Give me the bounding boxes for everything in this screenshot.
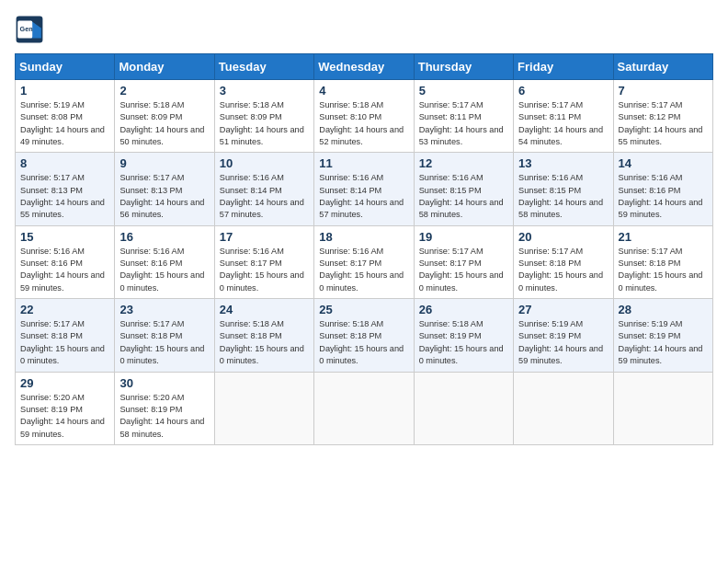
cell-info: Sunrise: 5:16 AMSunset: 8:14 PMDaylight:… bbox=[220, 172, 309, 221]
calendar-cell: 19Sunrise: 5:17 AMSunset: 8:17 PMDayligh… bbox=[414, 225, 513, 298]
cell-info: Sunrise: 5:16 AMSunset: 8:14 PMDaylight:… bbox=[319, 172, 408, 221]
day-number: 9 bbox=[119, 156, 209, 170]
cell-info: Sunrise: 5:16 AMSunset: 8:16 PMDaylight:… bbox=[619, 172, 708, 221]
day-number: 27 bbox=[518, 303, 608, 316]
calendar-cell: 17Sunrise: 5:16 AMSunset: 8:17 PMDayligh… bbox=[214, 225, 313, 298]
cell-info: Sunrise: 5:18 AMSunset: 8:10 PMDaylight:… bbox=[319, 99, 408, 148]
day-number: 16 bbox=[119, 230, 209, 244]
calendar-cell: 30Sunrise: 5:20 AMSunset: 8:19 PMDayligh… bbox=[115, 372, 214, 444]
weekday-header: Monday bbox=[115, 54, 214, 80]
cell-info: Sunrise: 5:18 AMSunset: 8:09 PMDaylight:… bbox=[220, 99, 309, 148]
calendar-cell: 4Sunrise: 5:18 AMSunset: 8:10 PMDaylight… bbox=[314, 80, 414, 153]
cell-info: Sunrise: 5:17 AMSunset: 8:11 PMDaylight:… bbox=[419, 99, 508, 148]
cell-info: Sunrise: 5:17 AMSunset: 8:13 PMDaylight:… bbox=[20, 172, 109, 221]
weekday-header: Friday bbox=[514, 54, 613, 80]
day-number: 7 bbox=[619, 84, 708, 98]
calendar-cell: 21Sunrise: 5:17 AMSunset: 8:18 PMDayligh… bbox=[613, 225, 712, 298]
weekday-header: Thursday bbox=[414, 54, 513, 80]
calendar-week-row: 1Sunrise: 5:19 AMSunset: 8:08 PMDaylight… bbox=[16, 80, 713, 153]
calendar-cell: 26Sunrise: 5:18 AMSunset: 8:19 PMDayligh… bbox=[414, 299, 513, 372]
calendar-cell: 10Sunrise: 5:16 AMSunset: 8:14 PMDayligh… bbox=[214, 153, 313, 225]
svg-text:Gen: Gen bbox=[20, 25, 33, 33]
calendar-cell: 13Sunrise: 5:16 AMSunset: 8:15 PMDayligh… bbox=[514, 153, 613, 225]
day-number: 14 bbox=[619, 156, 708, 170]
day-number: 18 bbox=[319, 230, 408, 244]
calendar-cell bbox=[314, 372, 414, 444]
calendar-cell: 25Sunrise: 5:18 AMSunset: 8:18 PMDayligh… bbox=[314, 299, 414, 372]
weekday-header: Saturday bbox=[613, 54, 712, 80]
cell-info: Sunrise: 5:17 AMSunset: 8:18 PMDaylight:… bbox=[119, 318, 209, 367]
cell-info: Sunrise: 5:18 AMSunset: 8:19 PMDaylight:… bbox=[419, 318, 508, 367]
calendar-cell: 23Sunrise: 5:17 AMSunset: 8:18 PMDayligh… bbox=[115, 299, 214, 372]
day-number: 13 bbox=[518, 156, 608, 170]
day-number: 4 bbox=[319, 84, 408, 98]
day-number: 24 bbox=[220, 303, 309, 316]
cell-info: Sunrise: 5:16 AMSunset: 8:16 PMDaylight:… bbox=[20, 246, 109, 294]
cell-info: Sunrise: 5:17 AMSunset: 8:18 PMDaylight:… bbox=[619, 246, 708, 294]
calendar-cell: 27Sunrise: 5:19 AMSunset: 8:19 PMDayligh… bbox=[514, 299, 613, 372]
cell-info: Sunrise: 5:17 AMSunset: 8:18 PMDaylight:… bbox=[20, 318, 109, 367]
calendar-cell: 1Sunrise: 5:19 AMSunset: 8:08 PMDaylight… bbox=[16, 80, 115, 153]
calendar-cell: 15Sunrise: 5:16 AMSunset: 8:16 PMDayligh… bbox=[16, 225, 115, 298]
weekday-header: Wednesday bbox=[314, 54, 414, 80]
day-number: 3 bbox=[220, 84, 309, 98]
calendar-cell: 2Sunrise: 5:18 AMSunset: 8:09 PMDaylight… bbox=[115, 80, 214, 153]
calendar-cell bbox=[514, 372, 613, 444]
calendar-cell: 8Sunrise: 5:17 AMSunset: 8:13 PMDaylight… bbox=[16, 153, 115, 225]
calendar-cell: 6Sunrise: 5:17 AMSunset: 8:11 PMDaylight… bbox=[514, 80, 613, 153]
day-number: 29 bbox=[20, 376, 109, 390]
weekday-header: Sunday bbox=[16, 54, 115, 80]
cell-info: Sunrise: 5:18 AMSunset: 8:18 PMDaylight:… bbox=[319, 318, 408, 367]
day-number: 22 bbox=[20, 303, 109, 316]
cell-info: Sunrise: 5:17 AMSunset: 8:11 PMDaylight:… bbox=[518, 99, 608, 148]
calendar-cell: 12Sunrise: 5:16 AMSunset: 8:15 PMDayligh… bbox=[414, 153, 513, 225]
calendar-cell bbox=[613, 372, 712, 444]
calendar-cell: 9Sunrise: 5:17 AMSunset: 8:13 PMDaylight… bbox=[115, 153, 214, 225]
day-number: 5 bbox=[419, 84, 508, 98]
calendar-cell: 5Sunrise: 5:17 AMSunset: 8:11 PMDaylight… bbox=[414, 80, 513, 153]
calendar-cell bbox=[214, 372, 313, 444]
day-number: 8 bbox=[20, 156, 109, 170]
cell-info: Sunrise: 5:17 AMSunset: 8:17 PMDaylight:… bbox=[419, 246, 508, 294]
cell-info: Sunrise: 5:20 AMSunset: 8:19 PMDaylight:… bbox=[119, 392, 209, 441]
day-number: 19 bbox=[419, 230, 508, 244]
day-number: 20 bbox=[518, 230, 608, 244]
calendar-table: SundayMondayTuesdayWednesdayThursdayFrid… bbox=[15, 53, 713, 445]
day-number: 28 bbox=[619, 303, 708, 316]
logo-icon: Gen bbox=[15, 15, 44, 44]
calendar-cell: 18Sunrise: 5:16 AMSunset: 8:17 PMDayligh… bbox=[314, 225, 414, 298]
calendar-week-row: 15Sunrise: 5:16 AMSunset: 8:16 PMDayligh… bbox=[16, 225, 713, 298]
day-number: 15 bbox=[20, 230, 109, 244]
calendar-cell: 29Sunrise: 5:20 AMSunset: 8:19 PMDayligh… bbox=[16, 372, 115, 444]
cell-info: Sunrise: 5:16 AMSunset: 8:15 PMDaylight:… bbox=[518, 172, 608, 221]
day-number: 2 bbox=[119, 84, 209, 98]
calendar-cell: 7Sunrise: 5:17 AMSunset: 8:12 PMDaylight… bbox=[613, 80, 712, 153]
cell-info: Sunrise: 5:18 AMSunset: 8:18 PMDaylight:… bbox=[220, 318, 309, 367]
day-number: 30 bbox=[119, 376, 209, 390]
calendar-week-row: 8Sunrise: 5:17 AMSunset: 8:13 PMDaylight… bbox=[16, 153, 713, 225]
cell-info: Sunrise: 5:16 AMSunset: 8:17 PMDaylight:… bbox=[220, 246, 309, 294]
cell-info: Sunrise: 5:16 AMSunset: 8:15 PMDaylight:… bbox=[419, 172, 508, 221]
day-number: 1 bbox=[20, 84, 109, 98]
calendar-cell: 28Sunrise: 5:19 AMSunset: 8:19 PMDayligh… bbox=[613, 299, 712, 372]
calendar-cell: 11Sunrise: 5:16 AMSunset: 8:14 PMDayligh… bbox=[314, 153, 414, 225]
calendar-header-row: SundayMondayTuesdayWednesdayThursdayFrid… bbox=[16, 54, 713, 80]
cell-info: Sunrise: 5:19 AMSunset: 8:19 PMDaylight:… bbox=[518, 318, 608, 367]
cell-info: Sunrise: 5:17 AMSunset: 8:13 PMDaylight:… bbox=[119, 172, 209, 221]
calendar-week-row: 29Sunrise: 5:20 AMSunset: 8:19 PMDayligh… bbox=[16, 372, 713, 444]
logo: Gen bbox=[15, 15, 48, 44]
calendar-cell: 16Sunrise: 5:16 AMSunset: 8:16 PMDayligh… bbox=[115, 225, 214, 298]
cell-info: Sunrise: 5:17 AMSunset: 8:12 PMDaylight:… bbox=[619, 99, 708, 148]
day-number: 25 bbox=[319, 303, 408, 316]
calendar-cell bbox=[414, 372, 513, 444]
calendar-week-row: 22Sunrise: 5:17 AMSunset: 8:18 PMDayligh… bbox=[16, 299, 713, 372]
day-number: 26 bbox=[419, 303, 508, 316]
day-number: 17 bbox=[220, 230, 309, 244]
calendar-cell: 14Sunrise: 5:16 AMSunset: 8:16 PMDayligh… bbox=[613, 153, 712, 225]
calendar-cell: 24Sunrise: 5:18 AMSunset: 8:18 PMDayligh… bbox=[214, 299, 313, 372]
calendar-cell: 22Sunrise: 5:17 AMSunset: 8:18 PMDayligh… bbox=[16, 299, 115, 372]
weekday-header: Tuesday bbox=[214, 54, 313, 80]
cell-info: Sunrise: 5:16 AMSunset: 8:17 PMDaylight:… bbox=[319, 246, 408, 294]
cell-info: Sunrise: 5:18 AMSunset: 8:09 PMDaylight:… bbox=[119, 99, 209, 148]
page-header: Gen bbox=[15, 15, 713, 44]
